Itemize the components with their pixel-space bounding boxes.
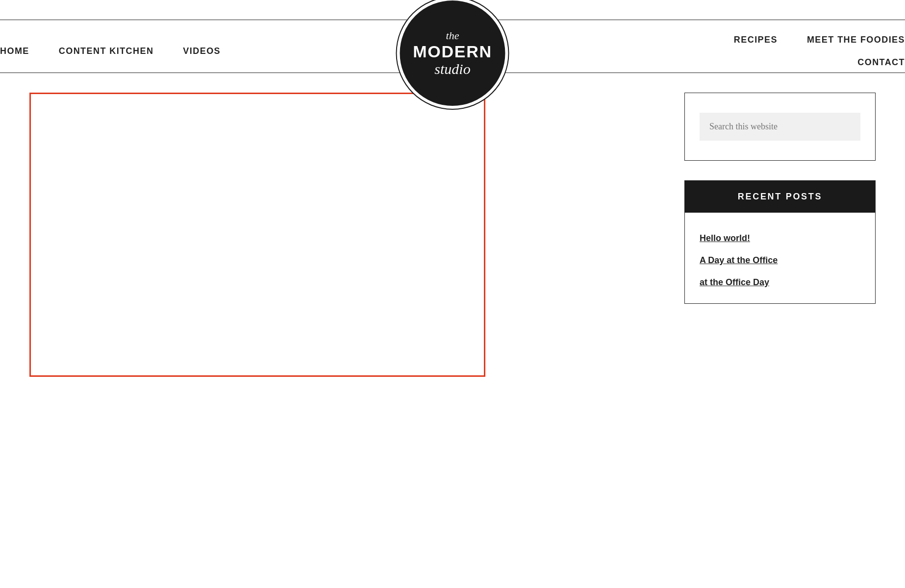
logo-studio: studio [434,61,470,77]
list-item: A Day at the Office [685,249,875,271]
content-area [29,93,660,377]
nav-recipes[interactable]: RECIPES [734,35,778,45]
nav-right-column: RECIPES MEET THE FOODIES CONTACT [734,35,905,68]
nav-right-top: RECIPES MEET THE FOODIES [734,35,905,45]
nav-contact[interactable]: CONTACT [857,57,905,67]
nav-home[interactable]: HOME [0,46,29,56]
site-header: HOME CONTENT KITCHEN VIDEOS the MODERN s… [0,20,905,73]
list-item: Hello world! [685,227,875,249]
nav-left: HOME CONTENT KITCHEN VIDEOS [0,46,221,56]
featured-image [29,93,485,377]
nav-content-kitchen[interactable]: CONTENT KITCHEN [59,46,154,56]
nav-videos[interactable]: VIDEOS [183,46,221,56]
nav-contact-container: CONTACT [857,57,905,68]
recent-post-a-day-at-the-office[interactable]: A Day at the Office [700,255,778,265]
search-widget [684,93,876,161]
recent-post-hello-world[interactable]: Hello world! [700,233,750,243]
nav-container: HOME CONTENT KITCHEN VIDEOS the MODERN s… [0,20,905,73]
recent-post-at-the-office-day[interactable]: at the Office Day [700,277,769,287]
recent-posts-header: RECENT POSTS [685,181,875,213]
nav-meet-the-foodies[interactable]: MEET THE FOODIES [807,35,905,45]
list-item: at the Office Day [685,271,875,294]
logo-modern: MODERN [413,43,492,60]
logo-the: the [446,29,459,42]
site-logo[interactable]: the MODERN studio [400,0,505,106]
main-container: RECENT POSTS Hello world! A Day at the O… [0,93,905,377]
recent-posts-widget: RECENT POSTS Hello world! A Day at the O… [684,180,876,304]
logo-circle: the MODERN studio [400,0,505,106]
search-input[interactable] [700,113,860,141]
sidebar: RECENT POSTS Hello world! A Day at the O… [684,93,876,377]
